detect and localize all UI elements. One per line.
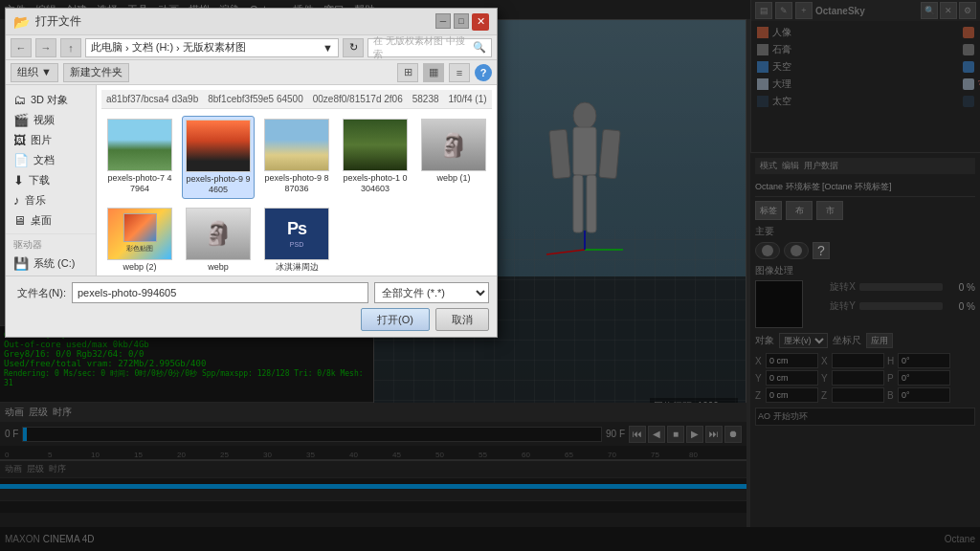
thumb-img-7: Ps PSD xyxy=(264,208,329,260)
open-button[interactable]: 打开(O) xyxy=(361,308,430,331)
dialog-close-btn[interactable]: ✕ xyxy=(472,13,489,31)
nav-icon-picture: 🖼 xyxy=(13,133,26,147)
dialog-toolbar: 组织 ▼ 新建文件夹 ⊞ ▦ ≡ ? xyxy=(6,60,497,85)
search-placeholder: 在 无版权素材图 中搜索 xyxy=(373,34,473,61)
dialog-title-left: 📂 打开文件 xyxy=(13,13,81,30)
nav-item-video[interactable]: 🎬 视频 xyxy=(6,110,96,130)
nav-icon-doc: 📄 xyxy=(13,153,29,167)
thumb-img-2 xyxy=(264,119,329,171)
maximize-btn[interactable]: □ xyxy=(454,13,469,29)
dialog-body: 🗂 3D 对象 🎬 视频 🖼 图片 📄 文档 ⬇ 下载 xyxy=(6,85,497,276)
file-meta-row: a81bf37/bcsa4 d3a9b 8bf1cebf3f59e5 64500… xyxy=(101,90,492,109)
meta-col-2: 8bf1cebf3f59e5 64500 xyxy=(208,94,303,104)
nav-icon-3d: 🗂 xyxy=(13,93,26,107)
filename-row: 文件名(N): 全部文件 (*.*) xyxy=(13,282,489,303)
dialog-buttons: 打开(O) 取消 xyxy=(13,308,489,331)
search-box[interactable]: 在 无版权素材图 中搜索 🔍 xyxy=(368,38,492,57)
path-folder: 无版权素材图 xyxy=(183,40,246,55)
view-list-icon[interactable]: ≡ xyxy=(449,63,470,82)
nav-panel: 🗂 3D 对象 🎬 视频 🖼 图片 📄 文档 ⬇ 下载 xyxy=(6,85,97,276)
file-label-2: pexels-photo-9 887036 xyxy=(264,173,329,194)
nav-item-3d[interactable]: 🗂 3D 对象 xyxy=(6,90,96,110)
search-icon: 🔍 xyxy=(473,41,486,54)
dialog-addressbar: ← → ↑ 此电脑 › 文档 (H:) › 无版权素材图 ▼ ↻ 在 无版权素材… xyxy=(6,35,497,60)
new-folder-btn[interactable]: 新建文件夹 xyxy=(63,63,129,82)
nav-section-drives: 驱动器 xyxy=(6,233,96,253)
nav-label-music: 音乐 xyxy=(25,193,46,208)
thumb-img-5: 彩色贴图 xyxy=(107,208,172,260)
path-docs: 文档 (H:) xyxy=(132,40,173,55)
dialog-bottom: 文件名(N): 全部文件 (*.*) 打开(O) 取消 xyxy=(6,276,497,337)
nav-label-3d: 3D 对象 xyxy=(31,93,68,107)
up-btn[interactable]: ↑ xyxy=(60,38,81,57)
refresh-btn[interactable]: ↻ xyxy=(343,38,364,57)
file-label-1: pexels-photo-9 94605 xyxy=(186,174,251,195)
nav-item-desktop[interactable]: 🖥 桌面 xyxy=(6,210,96,231)
minimize-btn[interactable]: ─ xyxy=(435,13,451,29)
thumb-img-0 xyxy=(107,119,172,171)
dialog-titlebar: 📂 打开文件 ─ □ ✕ xyxy=(6,9,497,35)
nav-label-video: 视频 xyxy=(33,113,55,127)
forward-btn[interactable]: → xyxy=(35,38,56,57)
nav-label-download: 下载 xyxy=(29,173,50,187)
nav-item-picture[interactable]: 🖼 图片 xyxy=(6,130,96,150)
nav-icon-video: 🎬 xyxy=(13,113,29,127)
file-label-5: webp (2) xyxy=(122,262,156,273)
address-path[interactable]: 此电脑 › 文档 (H:) › 无版权素材图 ▼ xyxy=(85,38,339,57)
file-item-0[interactable]: pexels-photo-7 47964 xyxy=(103,116,176,199)
filename-input[interactable] xyxy=(72,282,368,303)
nav-icon-music: ♪ xyxy=(13,193,20,208)
nav-label-desktop: 桌面 xyxy=(31,213,52,228)
nav-icon-c: 💾 xyxy=(13,256,29,271)
file-open-dialog: 📂 打开文件 ─ □ ✕ ← → ↑ 此电脑 › 文档 (H:) › 无版权素材… xyxy=(5,8,498,338)
file-item-3[interactable]: pexels-photo-1 0304603 xyxy=(339,116,412,199)
thumb-img-6: 🗿 xyxy=(186,208,251,260)
path-pc: 此电脑 xyxy=(91,40,122,55)
organize-btn[interactable]: 组织 ▼ xyxy=(11,63,58,82)
window-controls: ─ □ ✕ xyxy=(435,13,489,31)
nav-label-doc: 文档 xyxy=(33,153,55,167)
file-label-0: pexels-photo-7 47964 xyxy=(107,173,172,194)
filetype-select[interactable]: 全部文件 (*.*) xyxy=(374,282,489,303)
nav-label-c: 系统 (C:) xyxy=(33,256,75,271)
dialog-title-icon: 📂 xyxy=(13,14,30,30)
nav-icon-desktop: 🖥 xyxy=(13,213,26,228)
thumbnail-grid: pexels-photo-7 47964 pexels-photo-9 9460… xyxy=(101,114,492,276)
help-btn[interactable]: ? xyxy=(475,64,492,81)
back-btn[interactable]: ← xyxy=(11,38,32,57)
thumb-img-3 xyxy=(343,119,408,171)
file-item-5[interactable]: 彩色贴图 webp (2) xyxy=(103,205,176,276)
file-label-3: pexels-photo-1 0304603 xyxy=(343,173,408,194)
dialog-overlay: 📂 打开文件 ─ □ ✕ ← → ↑ 此电脑 › 文档 (H:) › 无版权素材… xyxy=(0,0,980,551)
nav-item-c[interactable]: 💾 系统 (C:) xyxy=(6,253,96,274)
thumb-img-1 xyxy=(186,120,251,172)
meta-col-5: 1f0/f4 (1) xyxy=(449,94,487,104)
file-item-7[interactable]: Ps PSD 冰淇淋周边 xyxy=(260,205,333,276)
file-item-2[interactable]: pexels-photo-9 887036 xyxy=(260,116,333,199)
file-label-6: webp xyxy=(208,262,229,273)
nav-item-doc[interactable]: 📄 文档 xyxy=(6,150,96,170)
nav-item-music[interactable]: ♪ 音乐 xyxy=(6,190,96,210)
dialog-title-text: 打开文件 xyxy=(35,13,81,30)
nav-label-picture: 图片 xyxy=(31,133,52,147)
filename-label: 文件名(N): xyxy=(13,286,66,300)
file-label-4: webp (1) xyxy=(436,173,470,184)
nav-item-download[interactable]: ⬇ 下载 xyxy=(6,170,96,190)
meta-col-3: 00ze8f0/81517d 2f06 xyxy=(313,94,403,104)
meta-col-4: 58238 xyxy=(412,94,439,104)
cancel-button[interactable]: 取消 xyxy=(435,308,489,331)
view-medium-icon[interactable]: ▦ xyxy=(423,63,444,82)
file-area: a81bf37/bcsa4 d3a9b 8bf1cebf3f59e5 64500… xyxy=(97,85,497,276)
file-item-6[interactable]: 🗿 webp xyxy=(182,205,255,276)
file-item-1[interactable]: pexels-photo-9 94605 xyxy=(182,116,255,199)
view-large-icon[interactable]: ⊞ xyxy=(397,63,418,82)
file-item-4[interactable]: 🗿 webp (1) xyxy=(417,116,490,199)
thumb-img-4: 🗿 xyxy=(421,119,486,171)
meta-col-1: a81bf37/bcsa4 d3a9b xyxy=(106,94,198,104)
nav-icon-download: ⬇ xyxy=(13,173,24,187)
file-label-7: 冰淇淋周边 xyxy=(276,262,319,273)
